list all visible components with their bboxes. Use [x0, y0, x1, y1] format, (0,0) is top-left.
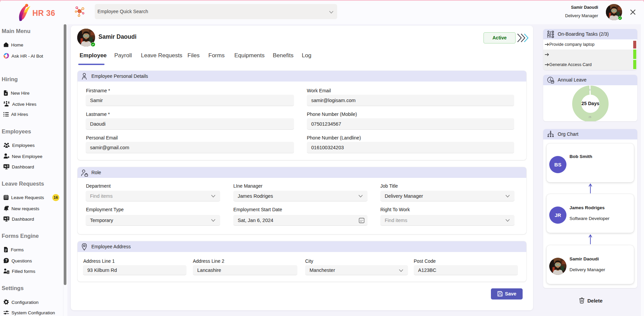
- svg-text:?: ?: [5, 258, 7, 262]
- svg-text:0: 0: [589, 89, 591, 91]
- svg-text:25 Days: 25 Days: [582, 101, 599, 106]
- svg-text:25: 25: [589, 116, 591, 118]
